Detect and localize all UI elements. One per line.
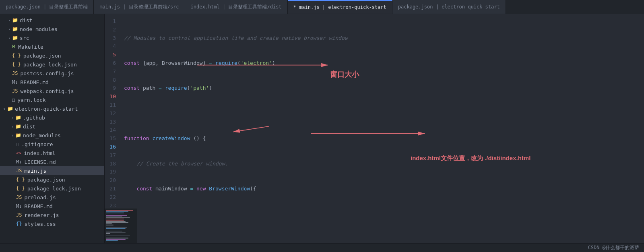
sidebar-item-dist[interactable]: 📁 dist bbox=[0, 122, 104, 131]
folder-icon: 📁 bbox=[15, 132, 21, 138]
sidebar-item-index-html[interactable]: <> index.html bbox=[0, 149, 104, 157]
sidebar-label: package.json bbox=[27, 177, 65, 183]
tab-index-html[interactable]: index.html | 目录整理工具前端/dist bbox=[185, 0, 288, 14]
sidebar-label: postcss.config.js bbox=[20, 70, 74, 76]
js-icon: JS bbox=[12, 70, 18, 76]
sidebar-item-node-modules[interactable]: 📁 node_modules bbox=[0, 131, 104, 140]
tab-main-js-src[interactable]: main.js | 目录整理工具前端/src bbox=[94, 0, 185, 14]
sidebar-label: webpack.config.js bbox=[20, 88, 74, 94]
js-icon: JS bbox=[12, 88, 18, 94]
sidebar-label: src bbox=[20, 35, 29, 41]
gitignore-icon: ⬚ bbox=[16, 141, 19, 147]
sidebar: 📁 dist 📁 node_modules 📁 src M Makefile {… bbox=[0, 14, 105, 243]
sidebar-label: node_modules bbox=[20, 26, 58, 32]
sidebar-item-github[interactable]: 📁 .github bbox=[0, 113, 104, 122]
json-icon: { } bbox=[12, 62, 21, 67]
md-icon: M↓ bbox=[12, 79, 18, 85]
tab-bar: package.json | 目录整理工具前端 main.js | 目录整理工具… bbox=[0, 0, 644, 14]
folder-icon: 📁 bbox=[7, 106, 13, 112]
editor-area: 1234 5 6789 10 1112131415 16 1718192021 … bbox=[105, 14, 644, 243]
makefile-icon: M bbox=[12, 44, 15, 50]
chevron-node-modules-top bbox=[6, 27, 12, 31]
folder-icon: 📁 bbox=[12, 35, 18, 41]
line-numbers: 1234 5 6789 10 1112131415 16 1718192021 … bbox=[105, 14, 120, 209]
sidebar-item-readme[interactable]: M↓ README.md bbox=[0, 202, 104, 211]
sidebar-item-dist-top[interactable]: 📁 dist bbox=[0, 16, 104, 25]
sidebar-item-package-json-top[interactable]: { } package.json bbox=[0, 51, 104, 60]
tab-package-json-top[interactable]: package.json | 目录整理工具前端 bbox=[0, 0, 94, 14]
sidebar-label: LICENSE.md bbox=[24, 159, 56, 165]
json-icon: { } bbox=[16, 186, 25, 191]
sidebar-label: package-lock.json bbox=[23, 62, 77, 68]
folder-icon: 📁 bbox=[15, 115, 21, 120]
sidebar-item-node-modules-top[interactable]: 📁 node_modules bbox=[0, 25, 104, 33]
chevron-node-modules bbox=[10, 133, 15, 138]
sidebar-item-electron-quick-start[interactable]: 📁 electron-quick-start bbox=[0, 104, 104, 113]
sidebar-label: .gitignore bbox=[21, 141, 53, 147]
sidebar-label: preload.js bbox=[24, 194, 56, 200]
sidebar-item-main-js[interactable]: JS main.js bbox=[0, 166, 104, 175]
json-icon: { } bbox=[16, 177, 25, 182]
sidebar-item-postcss[interactable]: JS postcss.config.js bbox=[0, 69, 104, 78]
minimap-content bbox=[105, 209, 137, 243]
js-icon: JS bbox=[16, 168, 22, 174]
code-area: // Modules to control application life a… bbox=[120, 14, 644, 209]
author-label: CSDN @什么都干的派萨 bbox=[588, 244, 639, 251]
folder-icon: 📁 bbox=[12, 26, 18, 32]
sidebar-label: package.json bbox=[23, 53, 61, 59]
sidebar-item-renderer[interactable]: JS renderer.js bbox=[0, 211, 104, 219]
file-icon: □ bbox=[12, 97, 15, 103]
md-icon: M↓ bbox=[16, 159, 22, 165]
sidebar-label: package-lock.json bbox=[27, 186, 81, 192]
sidebar-label: electron-quick-start bbox=[15, 106, 78, 112]
sidebar-label: main.js bbox=[24, 168, 46, 174]
sidebar-label: index.html bbox=[24, 150, 55, 156]
sidebar-label: styles.css bbox=[24, 221, 56, 227]
main-layout: 📁 dist 📁 node_modules 📁 src M Makefile {… bbox=[0, 14, 644, 243]
folder-icon: 📁 bbox=[12, 17, 18, 23]
chevron-dist-top bbox=[6, 18, 12, 23]
sidebar-item-src-top[interactable]: 📁 src bbox=[0, 33, 104, 42]
sidebar-item-styles-css[interactable]: {} styles.css bbox=[0, 219, 104, 228]
tab-package-json-electron[interactable]: package.json | electron-quick-start bbox=[392, 0, 506, 14]
sidebar-label: dist bbox=[20, 17, 32, 23]
js-icon: JS bbox=[16, 212, 22, 218]
chevron-electron bbox=[2, 107, 7, 111]
folder-icon: 📁 bbox=[15, 124, 21, 129]
sidebar-item-package-json[interactable]: { } package.json bbox=[0, 175, 104, 184]
sidebar-item-yarn-lock[interactable]: □ yarn.lock bbox=[0, 95, 104, 104]
sidebar-label: README.md bbox=[20, 79, 48, 85]
json-icon: { } bbox=[12, 53, 21, 58]
tab-main-js-electron[interactable]: * main.js | electron-quick-start bbox=[288, 0, 392, 14]
sidebar-item-makefile[interactable]: M Makefile bbox=[0, 42, 104, 51]
sidebar-item-gitignore[interactable]: ⬚ .gitignore bbox=[0, 140, 104, 149]
sidebar-item-license[interactable]: M↓ LICENSE.md bbox=[0, 157, 104, 166]
sidebar-item-package-lock[interactable]: { } package-lock.json bbox=[0, 184, 104, 193]
md-icon: M↓ bbox=[16, 203, 22, 209]
sidebar-label: dist bbox=[23, 124, 35, 130]
js-icon: JS bbox=[16, 194, 22, 200]
sidebar-label: README.md bbox=[24, 203, 52, 209]
html-icon: <> bbox=[16, 151, 21, 156]
sidebar-label: renderer.js bbox=[24, 212, 59, 218]
minimap bbox=[105, 209, 137, 243]
sidebar-item-webpack[interactable]: JS webpack.config.js bbox=[0, 87, 104, 95]
chevron-dist bbox=[10, 124, 15, 129]
sidebar-item-preload[interactable]: JS preload.js bbox=[0, 193, 104, 202]
sidebar-label: yarn.lock bbox=[17, 97, 45, 103]
css-icon: {} bbox=[16, 221, 22, 227]
sidebar-label: Makefile bbox=[18, 44, 43, 50]
sidebar-label: node_modules bbox=[23, 132, 61, 138]
chevron-src-top bbox=[6, 36, 12, 40]
editor-content[interactable]: 1234 5 6789 10 1112131415 16 1718192021 … bbox=[105, 14, 644, 209]
bottom-bar: CSDN @什么都干的派萨 bbox=[0, 243, 644, 252]
chevron-github bbox=[10, 116, 15, 120]
sidebar-item-readme-top[interactable]: M↓ README.md bbox=[0, 78, 104, 87]
sidebar-item-package-lock-top[interactable]: { } package-lock.json bbox=[0, 60, 104, 69]
sidebar-label: .github bbox=[23, 115, 45, 121]
